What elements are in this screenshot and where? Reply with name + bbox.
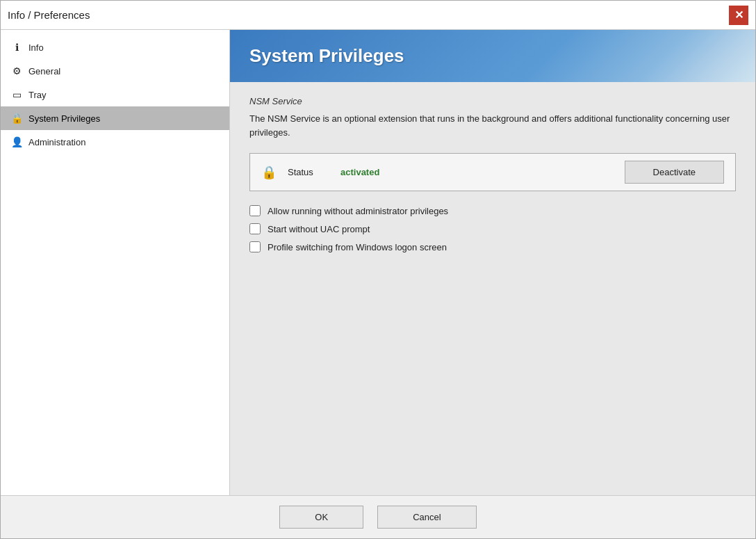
dialog-title: Info / Preferences (8, 9, 90, 21)
sidebar-item-general-label: General (28, 66, 60, 77)
status-box: 🔒 Status activated Deactivate (249, 153, 736, 191)
cancel-button[interactable]: Cancel (377, 506, 476, 529)
checkbox-row-profile-switching: Profile switching from Windows logon scr… (249, 241, 736, 252)
checkbox-group: Allow running without administrator priv… (249, 205, 736, 252)
start-uac-label: Start without UAC prompt (268, 224, 370, 234)
ok-button[interactable]: OK (279, 506, 363, 529)
sidebar-item-administration[interactable]: 👤 Administration (1, 130, 229, 154)
start-uac-checkbox[interactable] (249, 223, 261, 234)
sidebar-item-info[interactable]: ℹ Info (1, 35, 229, 59)
checkbox-row-allow-running: Allow running without administrator priv… (249, 205, 736, 216)
administration-icon: 👤 (10, 136, 23, 148)
sidebar-item-tray[interactable]: ▭ Tray (1, 83, 229, 106)
system-privileges-icon: 🔒 (10, 112, 23, 124)
general-icon: ⚙ (10, 65, 23, 77)
title-bar: Info / Preferences ✕ (1, 1, 755, 30)
sidebar-item-info-label: Info (28, 42, 44, 53)
bottom-bar: OK Cancel (1, 495, 755, 538)
sidebar-item-tray-label: Tray (28, 90, 47, 100)
panel-body: NSM Service The NSM Service is an option… (230, 82, 755, 495)
nsm-description: The NSM Service is an optional extension… (249, 112, 736, 139)
close-button[interactable]: ✕ (729, 6, 748, 25)
profile-switching-checkbox[interactable] (249, 241, 261, 252)
panel-header: System Privileges (230, 30, 755, 82)
sidebar-item-system-privileges-label: System Privileges (28, 113, 100, 124)
sidebar-item-administration-label: Administration (28, 137, 85, 147)
checkbox-row-start-uac: Start without UAC prompt (249, 223, 736, 234)
info-icon: ℹ (10, 41, 23, 54)
profile-switching-label: Profile switching from Windows logon scr… (268, 242, 447, 252)
content-area: ℹ Info ⚙ General ▭ Tray 🔒 System Privile… (1, 30, 755, 495)
sidebar-item-system-privileges[interactable]: 🔒 System Privileges (1, 106, 229, 130)
sidebar: ℹ Info ⚙ General ▭ Tray 🔒 System Privile… (1, 30, 230, 495)
allow-running-checkbox[interactable] (249, 205, 261, 216)
sidebar-item-general[interactable]: ⚙ General (1, 59, 229, 83)
status-value: activated (340, 167, 614, 177)
status-service-icon: 🔒 (261, 165, 277, 180)
main-panel: System Privileges NSM Service The NSM Se… (230, 30, 755, 495)
nsm-service-label: NSM Service (249, 96, 736, 106)
dialog: Info / Preferences ✕ ℹ Info ⚙ General ▭ … (0, 0, 756, 539)
panel-title: System Privileges (249, 45, 404, 66)
status-label: Status (288, 167, 329, 177)
tray-icon: ▭ (10, 88, 23, 101)
deactivate-button[interactable]: Deactivate (625, 161, 724, 184)
allow-running-label: Allow running without administrator priv… (268, 206, 448, 216)
